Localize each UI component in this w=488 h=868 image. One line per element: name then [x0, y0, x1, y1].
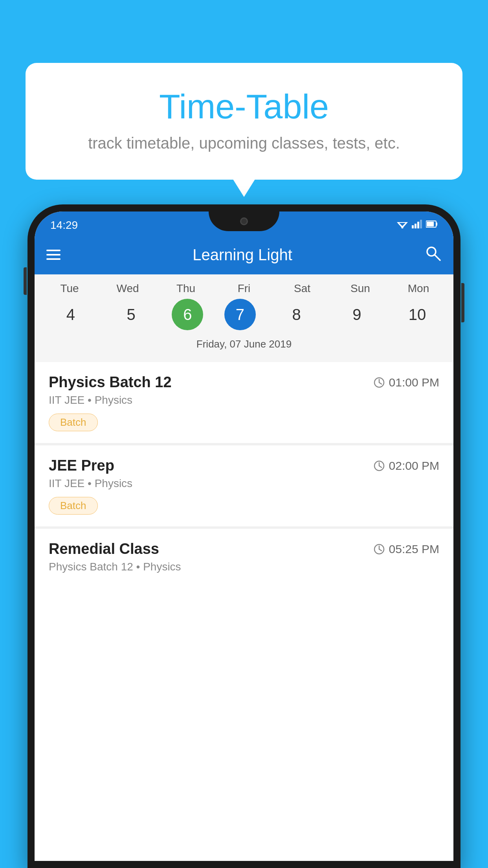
day-number-4[interactable]: 4 [51, 299, 90, 330]
schedule-title: Physics Batch 12 [49, 374, 172, 391]
schedule-time: 01:00 PM [373, 376, 439, 389]
day-number-5[interactable]: 5 [112, 299, 151, 330]
schedule-title: JEE Prep [49, 457, 114, 474]
calendar-header: TueWedThuFriSatSunMon 45678910 Friday, 0… [35, 274, 453, 362]
tooltip-title: Time-Table [49, 86, 439, 127]
svg-rect-8 [436, 223, 437, 226]
schedule-item[interactable]: Physics Batch 12 01:00 PMIIT JEE • Physi… [35, 362, 453, 443]
wifi-icon [397, 220, 408, 231]
schedule-title: Remedial Class [49, 541, 159, 557]
day-name-label: Wed [108, 282, 147, 295]
schedule-time-label: 05:25 PM [389, 542, 439, 556]
svg-rect-9 [427, 222, 434, 226]
svg-point-10 [427, 247, 436, 256]
day-numbers-row[interactable]: 45678910 [39, 295, 449, 334]
schedule-item[interactable]: JEE Prep 02:00 PMIIT JEE • PhysicsBatch [35, 445, 453, 526]
batch-badge: Batch [49, 497, 98, 515]
svg-rect-4 [415, 224, 416, 228]
volume-button-left [24, 267, 27, 295]
schedule-subtitle: IIT JEE • Physics [49, 394, 439, 406]
hamburger-menu-icon[interactable] [46, 250, 61, 260]
selected-date-label: Friday, 07 June 2019 [39, 334, 449, 358]
schedule-item-header: JEE Prep 02:00 PM [49, 457, 439, 474]
signal-icon [412, 220, 422, 231]
phone-frame: 14:29 [28, 204, 460, 868]
power-button-right [461, 283, 464, 322]
svg-line-20 [379, 549, 382, 551]
day-number-9[interactable]: 9 [337, 299, 376, 330]
day-number-6[interactable]: 6 [172, 299, 203, 330]
front-camera [240, 217, 248, 225]
day-number-7[interactable]: 7 [224, 299, 256, 330]
svg-line-11 [435, 255, 440, 260]
tooltip-subtitle: track timetable, upcoming classes, tests… [49, 134, 439, 152]
day-names-row: TueWedThuFriSatSunMon [39, 282, 449, 295]
day-name-label: Thu [166, 282, 205, 295]
schedule-time-label: 02:00 PM [389, 459, 439, 473]
app-title: Learning Light [72, 246, 413, 264]
day-number-10[interactable]: 10 [398, 299, 437, 330]
schedule-time-label: 01:00 PM [389, 376, 439, 389]
svg-rect-5 [417, 222, 419, 228]
phone-notch [209, 211, 279, 231]
clock-icon [373, 460, 385, 472]
day-name-label: Fri [224, 282, 264, 295]
schedule-item-header: Remedial Class 05:25 PM [49, 541, 439, 557]
schedule-subtitle: IIT JEE • Physics [49, 477, 439, 490]
day-name-label: Sun [341, 282, 380, 295]
day-name-label: Tue [50, 282, 89, 295]
search-icon[interactable] [424, 245, 442, 265]
schedule-time: 05:25 PM [373, 542, 439, 556]
day-name-label: Mon [399, 282, 438, 295]
schedule-time: 02:00 PM [373, 459, 439, 473]
schedule-item-header: Physics Batch 12 01:00 PM [49, 374, 439, 391]
schedule-subtitle: Physics Batch 12 • Physics [49, 561, 439, 573]
app-bar: Learning Light [35, 235, 453, 274]
svg-rect-6 [420, 220, 422, 228]
battery-icon [426, 220, 438, 231]
clock-icon [373, 543, 385, 555]
schedule-list: Physics Batch 12 01:00 PMIIT JEE • Physi… [35, 362, 453, 592]
tooltip-card: Time-Table track timetable, upcoming cla… [26, 63, 462, 180]
status-time: 14:29 [50, 219, 78, 232]
day-name-label: Sat [283, 282, 322, 295]
svg-rect-3 [412, 225, 414, 228]
batch-badge: Batch [49, 414, 98, 431]
schedule-item[interactable]: Remedial Class 05:25 PMPhysics Batch 12 … [35, 529, 453, 592]
svg-line-17 [379, 466, 382, 467]
status-icons [397, 220, 438, 231]
clock-icon [373, 377, 385, 388]
phone-screen: 14:29 [35, 211, 453, 861]
day-number-8[interactable]: 8 [277, 299, 316, 330]
svg-line-14 [379, 383, 382, 384]
